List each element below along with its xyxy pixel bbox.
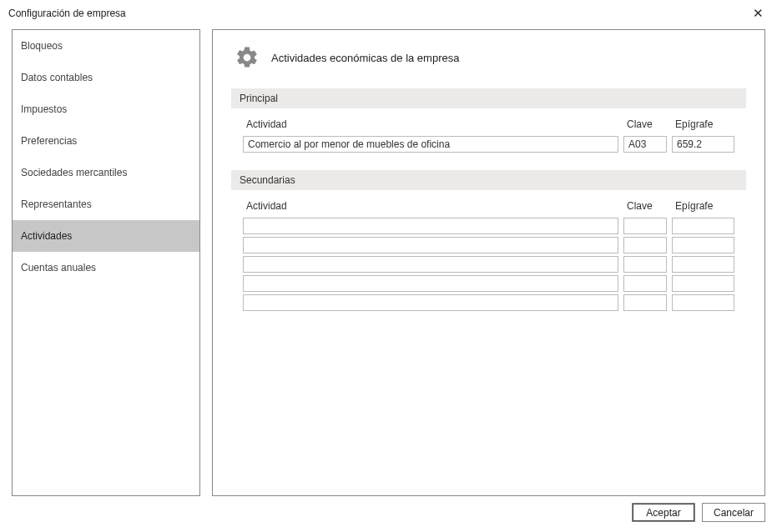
- principal-actividad-input[interactable]: Comercio al por menor de muebles de ofic…: [243, 136, 618, 153]
- sidebar-item-impuestos[interactable]: Impuestos: [13, 93, 199, 125]
- label-epigrafe: Epígrafe: [672, 117, 734, 133]
- sec-actividad-input[interactable]: [243, 294, 618, 311]
- principal-epigrafe-input[interactable]: 659.2: [672, 136, 734, 153]
- label-sec-actividad: Actividad: [243, 198, 618, 215]
- sec-clave-input[interactable]: [623, 275, 667, 292]
- label-clave: Clave: [623, 117, 667, 133]
- sec-epigrafe-input[interactable]: [672, 237, 734, 253]
- content-panel: Actividades económicas de la empresa Pri…: [212, 29, 765, 496]
- sec-actividad-input[interactable]: [243, 275, 618, 292]
- accept-button[interactable]: Aceptar: [632, 503, 695, 522]
- sec-epigrafe-input[interactable]: [672, 218, 734, 234]
- dialog-footer: Aceptar Cancelar: [632, 503, 765, 522]
- sidebar-item-sociedades-mercantiles[interactable]: Sociedades mercantiles: [13, 157, 199, 188]
- principal-clave-input[interactable]: A03: [623, 136, 667, 153]
- cancel-button[interactable]: Cancelar: [702, 503, 765, 522]
- secundaria-row: [243, 275, 734, 292]
- sidebar-item-datos-contables[interactable]: Datos contables: [13, 62, 199, 93]
- close-icon[interactable]: ✕: [748, 5, 769, 21]
- secundaria-row: [243, 256, 734, 273]
- titlebar: Configuración de empresa ✕: [0, 0, 777, 26]
- secundaria-row: [243, 237, 734, 253]
- label-actividad: Actividad: [243, 117, 618, 133]
- sidebar-item-preferencias[interactable]: Preferencias: [13, 125, 199, 157]
- sec-clave-input[interactable]: [623, 237, 667, 253]
- sidebar-item-bloqueos[interactable]: Bloqueos: [13, 30, 199, 62]
- sec-actividad-input[interactable]: [243, 237, 618, 253]
- content-title: Actividades económicas de la empresa: [271, 52, 459, 64]
- sec-epigrafe-input[interactable]: [672, 256, 734, 273]
- sec-actividad-input[interactable]: [243, 256, 618, 273]
- sec-epigrafe-input[interactable]: [672, 275, 734, 292]
- secundaria-row: [243, 294, 734, 311]
- sec-clave-input[interactable]: [623, 218, 667, 234]
- label-sec-clave: Clave: [623, 198, 667, 215]
- label-sec-epigrafe: Epígrafe: [672, 198, 734, 215]
- window-title: Configuración de empresa: [8, 8, 126, 19]
- sidebar-item-actividades[interactable]: Actividades: [13, 220, 199, 252]
- sec-actividad-input[interactable]: [243, 218, 618, 234]
- sec-epigrafe-input[interactable]: [672, 294, 734, 311]
- section-header-principal: Principal: [231, 88, 746, 108]
- sidebar-item-cuentas-anuales[interactable]: Cuentas anuales: [13, 252, 199, 284]
- sidebar: Bloqueos Datos contables Impuestos Prefe…: [12, 29, 200, 496]
- section-header-secundarias: Secundarias: [231, 170, 746, 190]
- sec-clave-input[interactable]: [623, 294, 667, 311]
- gear-icon: [235, 45, 260, 70]
- secundaria-row: [243, 218, 734, 234]
- sidebar-item-representantes[interactable]: Representantes: [13, 188, 199, 220]
- sec-clave-input[interactable]: [623, 256, 667, 273]
